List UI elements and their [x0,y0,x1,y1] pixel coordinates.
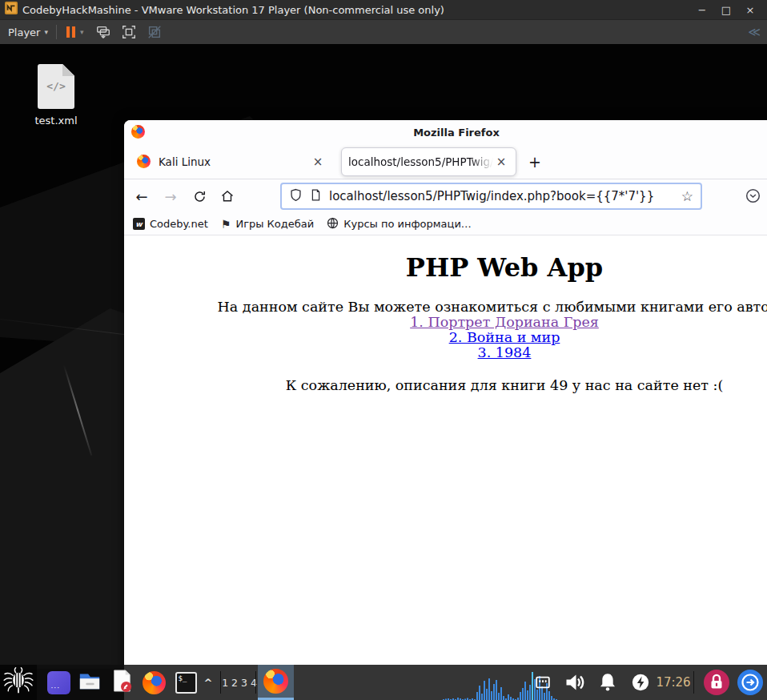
reload-button[interactable] [189,179,210,213]
collapse-toolbar-button[interactable]: ≪ [748,25,759,39]
panel-divider [693,671,694,694]
book-link-2[interactable]: 2. Война и мир [449,330,560,345]
bookmark-courses[interactable]: Курсы по информаци… [327,217,472,231]
chevron-down-icon: ▾ [44,28,48,36]
bookmark-games[interactable]: ⚑ Игры Кодебай [221,218,314,230]
back-button[interactable]: ← [131,179,152,213]
file-fold-corner [62,64,74,76]
close-button[interactable]: × [738,0,762,19]
new-tab-button[interactable]: + [524,153,545,171]
notifications-bell-icon[interactable] [594,665,621,700]
tab-label: localhost/lesson5/PHPTwig/i [348,155,493,168]
launcher-firefox[interactable] [141,665,167,700]
maximize-button[interactable]: □ [714,0,738,19]
shield-icon[interactable] [289,188,303,205]
forward-button: → [160,179,181,213]
panel-divider [220,671,221,694]
volume-icon[interactable] [560,665,589,700]
firefox-logo-icon [263,669,288,694]
web-page-content: PHP Web App На данном сайте Вы можете оз… [124,235,767,700]
pocket-icon[interactable] [745,188,761,207]
panel-divider [255,671,256,694]
unity-mode-button-disabled [147,24,163,40]
bookmark-codeby[interactable]: w Codeby.net [133,218,208,230]
code-glyph: </> [38,80,74,92]
lock-screen-button[interactable] [701,665,732,700]
suspend-vm-button[interactable] [65,26,77,38]
vmware-toolbar: Player ▾ ▾ ≪ [0,19,767,44]
power-manager-icon[interactable] [629,665,652,700]
close-tab-icon[interactable]: × [310,155,326,169]
player-menu[interactable]: Player ▾ [8,26,48,38]
book-link-1[interactable]: 1. Портрет Дориана Грея [410,315,599,330]
tab-bar: Kali Linux × localhost/lesson5/PHPTwig/i… [124,144,767,179]
firefox-window-title: Mozilla Firefox [124,127,767,139]
codeby-favicon: w [133,218,145,230]
desktop-file-testxml[interactable]: </> test.xml [24,64,88,127]
page-info-icon[interactable] [310,189,322,204]
dots-glyph: ··· [51,684,61,692]
file-manager-icon [78,669,102,696]
bookmark-label: Игры Кодебай [235,218,314,230]
vmware-window-controls: − □ × [690,0,762,19]
firefox-window: Mozilla Firefox Kali Linux × localhost/l… [124,120,767,700]
vmware-titlebar: CodebyHackMashine - VMware Workstation 1… [0,0,767,19]
chevron-down-icon[interactable]: ▾ [80,28,84,36]
kali-dragon-icon [3,667,34,698]
player-menu-label: Player [8,26,40,38]
flag-icon: ⚑ [221,219,231,230]
firefox-logo-icon [143,671,166,694]
appfinder-icon: ··· [47,671,70,694]
tab-kali-linux[interactable]: Kali Linux × [129,144,334,179]
globe-icon [327,217,339,231]
close-tab-icon[interactable]: × [493,155,509,169]
not-found-message: К сожалению, описания для книги 49 у нас… [124,377,767,393]
text-editor-icon [110,669,133,696]
bookmark-star-icon[interactable]: ☆ [681,188,693,204]
tab-localhost-active[interactable]: localhost/lesson5/PHPTwig/i × [341,147,516,176]
bookmark-label: Курсы по информаци… [343,218,472,230]
vmware-window-title: CodebyHackMashine - VMware Workstation 1… [22,4,685,16]
bookmarks-toolbar: w Codeby.net ⚑ Игры Кодебай Курсы по инф… [124,213,767,235]
book-link-3[interactable]: 3. 1984 [478,345,532,360]
tab-favicon [137,155,151,168]
clock[interactable]: 17:26 [653,665,693,700]
navigation-toolbar: ← → localhost/lesson5/PHPTwig/index.php?… [124,179,767,213]
toolbar-divider [56,25,57,39]
firefox-titlebar[interactable]: Mozilla Firefox [124,120,767,144]
launcher-file-manager[interactable] [77,665,102,700]
minimize-button[interactable]: − [690,0,714,19]
send-ctrl-alt-del-button[interactable] [95,24,111,40]
launcher-text-editor[interactable] [109,665,135,700]
page-title: PHP Web App [124,252,767,283]
book-list: На данном сайте Вы можете ознакомиться с… [124,300,767,360]
desktop-file-label: test.xml [24,115,88,127]
bookmark-label: Codeby.net [150,218,208,230]
workspace-switcher[interactable]: 1 2 3 4 [224,665,255,700]
url-input[interactable]: localhost/lesson5/PHPTwig/index.php?book… [329,189,674,203]
network-connection-icon[interactable] [532,665,554,700]
intro-text: На данном сайте Вы можете ознакомиться с… [218,299,767,315]
fullscreen-button[interactable] [121,24,137,40]
applications-menu-button[interactable] [0,665,37,700]
launcher-terminal[interactable]: $_ [173,665,199,700]
logout-button[interactable] [735,665,765,700]
tab-label: Kali Linux [159,155,302,168]
url-bar[interactable]: localhost/lesson5/PHPTwig/index.php?book… [280,183,702,210]
vmware-logo-icon [5,2,18,18]
terminal-icon: $_ [175,672,197,694]
xml-file-icon: </> [38,64,74,109]
launcher-appfinder[interactable]: ··· [46,665,71,700]
taskbar-window-firefox[interactable] [258,665,294,700]
xfce-taskbar: ··· $_ ^ 1 2 3 4 [0,665,767,700]
panel-expand-button[interactable]: ^ [200,665,216,700]
home-button[interactable] [217,179,238,213]
